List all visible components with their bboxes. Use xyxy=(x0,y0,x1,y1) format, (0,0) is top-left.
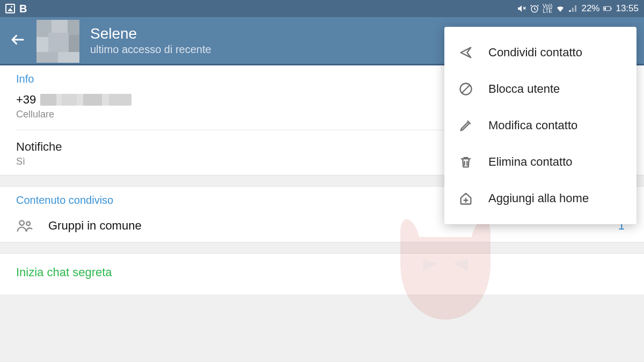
menu-item-label: Blocca utente xyxy=(488,82,560,96)
share-icon xyxy=(458,45,473,60)
menu-share-contact[interactable]: Condividi contatto xyxy=(444,34,636,71)
last-seen: ultimo accesso di recente xyxy=(90,43,211,56)
status-left: B xyxy=(5,3,27,15)
wifi-icon xyxy=(555,4,565,13)
status-right: Vo)) LTE 22% 13:55 xyxy=(517,3,639,14)
signal-icon xyxy=(568,4,578,13)
volte-icon: Vo)) LTE xyxy=(543,4,552,13)
edit-icon xyxy=(458,118,473,133)
menu-item-label: Condividi contatto xyxy=(488,46,582,60)
common-groups-label: Gruppi in comune xyxy=(48,219,142,233)
alarm-icon xyxy=(530,4,539,13)
menu-edit-contact[interactable]: Modifica contatto xyxy=(444,107,636,144)
menu-delete-contact[interactable]: Elimina contatto xyxy=(444,144,636,180)
contact-avatar[interactable] xyxy=(36,20,79,63)
phone-number-censored xyxy=(40,94,131,106)
svg-rect-5 xyxy=(604,8,606,10)
image-icon xyxy=(5,4,15,13)
secret-chat-section: Inizia chat segreta xyxy=(0,254,644,294)
svg-rect-4 xyxy=(611,8,612,10)
svg-point-7 xyxy=(26,222,30,226)
svg-line-9 xyxy=(462,85,470,93)
menu-add-to-home[interactable]: Aggiungi alla home xyxy=(444,180,636,217)
section-gap xyxy=(0,242,644,254)
battery-pct: 22% xyxy=(581,3,599,14)
header-text: Selene ultimo accesso di recente xyxy=(90,25,211,56)
phone-prefix: +39 xyxy=(16,93,36,107)
menu-block-user[interactable]: Blocca utente xyxy=(444,71,636,107)
status-time: 13:55 xyxy=(616,3,639,14)
start-secret-chat-button[interactable]: Inizia chat segreta xyxy=(16,265,628,279)
block-icon xyxy=(458,82,473,97)
add-home-icon xyxy=(458,191,473,206)
battery-icon xyxy=(603,4,612,13)
menu-item-label: Elimina contatto xyxy=(488,155,573,169)
overflow-menu: Condividi contatto Blocca utente Modific… xyxy=(444,27,636,224)
groups-icon xyxy=(16,217,33,234)
svg-point-6 xyxy=(19,220,24,225)
mute-icon xyxy=(517,4,526,13)
contact-name: Selene xyxy=(90,25,211,42)
menu-item-label: Modifica contatto xyxy=(488,119,577,132)
menu-item-label: Aggiungi alla home xyxy=(488,191,589,205)
android-status-bar: B Vo)) LTE 22% 13:55 xyxy=(0,0,644,17)
app-indicator: B xyxy=(19,3,27,15)
back-button[interactable] xyxy=(10,32,26,50)
delete-icon xyxy=(458,154,473,169)
